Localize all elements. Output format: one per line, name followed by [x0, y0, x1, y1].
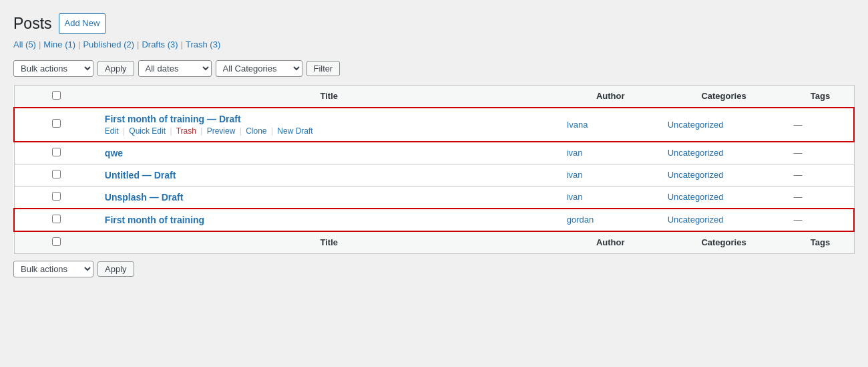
row-author-cell: ivan — [560, 164, 661, 186]
row-checkbox-cell — [14, 108, 98, 142]
action-new-draft[interactable]: New Draft — [277, 126, 312, 136]
author-link[interactable]: ivan — [567, 192, 583, 202]
action-clone[interactable]: Clone — [246, 126, 266, 136]
filter-button[interactable]: Filter — [306, 61, 341, 76]
author-link[interactable]: ivan — [567, 170, 583, 180]
post-title-link[interactable]: First month of training — Draft — [105, 114, 241, 124]
posts-table: Title Author Categories Tags First month… — [13, 85, 855, 254]
row-checkbox[interactable] — [52, 215, 61, 223]
tags-dash: — — [793, 192, 802, 202]
tfoot-th-checkbox — [14, 231, 98, 254]
row-checkbox-cell — [14, 164, 98, 186]
page-title: Posts — [13, 15, 52, 33]
row-author-cell: ivan — [560, 142, 661, 164]
row-title-cell: First month of training — [98, 209, 560, 231]
action-quick-edit[interactable]: Quick Edit — [129, 126, 166, 136]
filter-published[interactable]: Published (2) — [83, 39, 134, 49]
row-title-cell: Unsplash — Draft — [98, 186, 560, 209]
filter-mine[interactable]: Mine (1) — [43, 39, 75, 49]
row-checkbox[interactable] — [52, 192, 61, 201]
category-link[interactable]: Uncategorized — [668, 192, 724, 202]
post-title-link[interactable]: Unsplash — Draft — [105, 192, 183, 203]
category-link[interactable]: Uncategorized — [668, 170, 724, 180]
category-link[interactable]: Uncategorized — [668, 215, 724, 225]
th-title: Title — [98, 85, 560, 108]
row-categories-cell: Uncategorized — [661, 164, 787, 186]
row-author-cell: Ivana — [560, 108, 661, 142]
author-link[interactable]: Ivana — [567, 120, 588, 130]
table-row: First month of training gordan Uncategor… — [14, 209, 854, 231]
row-tags-cell: — — [787, 108, 854, 142]
row-categories-cell: Uncategorized — [661, 108, 787, 142]
row-tags-cell: — — [787, 209, 854, 231]
row-actions: Edit | Quick Edit | Trash | Preview | Cl… — [105, 126, 554, 136]
row-checkbox-cell — [14, 186, 98, 209]
tags-dash: — — [793, 170, 802, 180]
tags-dash: — — [793, 215, 802, 225]
top-toolbar: Bulk actions Edit Move to Trash Apply Al… — [13, 56, 855, 81]
row-checkbox-cell — [14, 209, 98, 231]
post-title-link[interactable]: First month of training — [105, 215, 204, 225]
tfoot-th-categories: Categories — [661, 231, 787, 254]
apply-button-bottom[interactable]: Apply — [97, 261, 134, 277]
row-tags-cell: — — [787, 164, 854, 186]
row-categories-cell: Uncategorized — [661, 142, 787, 164]
bulk-actions-select-top[interactable]: Bulk actions Edit Move to Trash — [13, 60, 93, 77]
action-preview[interactable]: Preview — [207, 126, 236, 136]
th-categories: Categories — [661, 85, 787, 108]
row-tags-cell: — — [787, 186, 854, 209]
date-filter-select[interactable]: All dates — [138, 60, 212, 77]
bottom-toolbar: Bulk actions Edit Move to Trash Apply — [13, 258, 855, 280]
category-link[interactable]: Uncategorized — [668, 120, 724, 130]
filter-trash[interactable]: Trash (3) — [186, 39, 220, 49]
author-link[interactable]: gordan — [567, 215, 594, 225]
row-checkbox-cell — [14, 142, 98, 164]
filter-all[interactable]: All (5) — [13, 39, 36, 49]
row-checkbox[interactable] — [52, 170, 61, 178]
tags-dash: — — [793, 148, 802, 158]
apply-button-top[interactable]: Apply — [97, 61, 134, 76]
row-categories-cell: Uncategorized — [661, 186, 787, 209]
table-row: Unsplash — Draft ivan Uncategorized — — [14, 186, 854, 209]
row-author-cell: gordan — [560, 209, 661, 231]
row-title-cell: Untitled — Draft — [98, 164, 560, 186]
table-row: qwe ivan Uncategorized — — [14, 142, 854, 164]
select-all-checkbox-bottom[interactable] — [52, 237, 61, 246]
filter-drafts[interactable]: Drafts (3) — [142, 39, 178, 49]
filter-links: All (5) | Mine (1) | Published (2) | Dra… — [13, 39, 855, 49]
bulk-actions-select-bottom[interactable]: Bulk actions Edit Move to Trash — [13, 261, 93, 277]
th-checkbox — [14, 85, 98, 108]
table-row: First month of training — Draft Edit | Q… — [14, 108, 854, 142]
row-categories-cell: Uncategorized — [661, 209, 787, 231]
category-link[interactable]: Uncategorized — [668, 148, 724, 158]
category-filter-select[interactable]: All Categories — [216, 60, 302, 77]
tfoot-th-title: Title — [98, 231, 560, 254]
row-title-cell: qwe — [98, 142, 560, 164]
row-checkbox[interactable] — [52, 148, 61, 156]
action-trash[interactable]: Trash — [176, 126, 196, 136]
tfoot-th-author: Author — [560, 231, 661, 254]
th-author: Author — [560, 85, 661, 108]
table-row: Untitled — Draft ivan Uncategorized — — [14, 164, 854, 186]
th-tags: Tags — [787, 85, 854, 108]
tfoot-th-tags: Tags — [787, 231, 854, 254]
row-checkbox[interactable] — [52, 119, 61, 128]
row-tags-cell: — — [787, 142, 854, 164]
add-new-button[interactable]: Add New — [59, 13, 106, 34]
row-author-cell: ivan — [560, 186, 661, 209]
tags-dash: — — [793, 120, 802, 130]
author-link[interactable]: ivan — [567, 148, 583, 158]
post-title-link[interactable]: qwe — [105, 148, 123, 158]
row-title-cell: First month of training — Draft Edit | Q… — [98, 108, 560, 142]
action-edit[interactable]: Edit — [105, 126, 119, 136]
select-all-checkbox-top[interactable] — [52, 91, 61, 100]
post-title-link[interactable]: Untitled — Draft — [105, 170, 176, 180]
